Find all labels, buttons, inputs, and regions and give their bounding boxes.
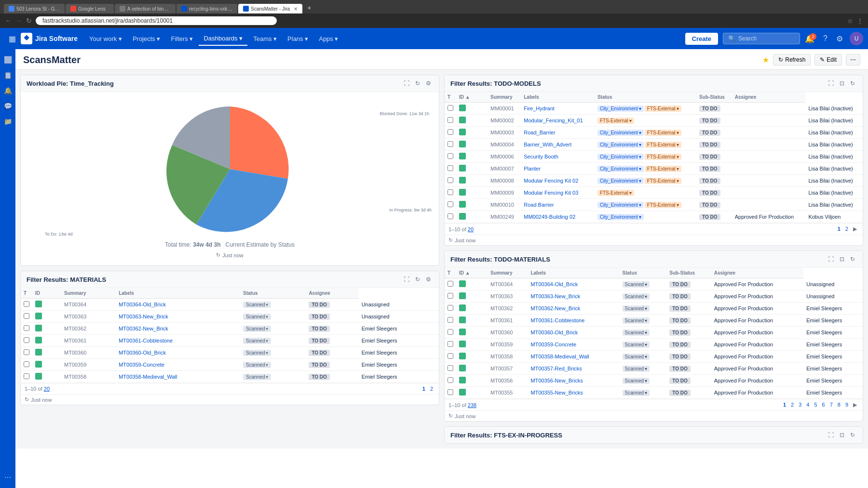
table-row[interactable]: MT00359 MT00359-Concrete Scanned ▾ TO DO… (445, 339, 863, 351)
tdmat-page-9[interactable]: 9 (843, 401, 850, 409)
table-row[interactable]: MT00364 MT00364-Old_Brick Scanned ▾ TO D… (21, 299, 439, 311)
browser-tab-active[interactable]: ScansMatter - Jira ✕ (238, 4, 302, 13)
table-row[interactable]: MT00358 MT00358-Medieval_Wall Scanned ▾ … (445, 351, 863, 363)
table-row[interactable]: MT00357 MT00357-Red_Bricks Scanned ▾ TO … (445, 363, 863, 375)
tdm-page-1[interactable]: 1 (836, 225, 842, 233)
tdmat-page-8[interactable]: 8 (836, 401, 842, 409)
row-checkbox[interactable] (448, 117, 453, 123)
pie-settings-icon[interactable]: ⚙ (424, 79, 433, 88)
notification-icon[interactable]: 🔔 2 (801, 32, 818, 45)
sidebar-icon-5[interactable]: 📁 (1, 115, 14, 128)
row-checkbox[interactable] (448, 293, 453, 299)
table-row[interactable]: MT00361 MT00361-Cobblestone Scanned ▾ TO… (21, 335, 439, 347)
row-checkbox[interactable] (24, 373, 29, 379)
row-checkbox[interactable] (448, 165, 453, 171)
settings-icon[interactable]: ⚙ (832, 32, 847, 45)
forward-btn[interactable]: → (15, 17, 22, 25)
table-row[interactable]: MM00010 Road Barrier City_Environment ▾F… (445, 199, 863, 211)
table-row[interactable]: MM00002 Modular_Fencing_Kit_01 FTS-Exter… (445, 115, 863, 127)
help-icon[interactable]: ? (819, 32, 831, 45)
row-checkbox[interactable] (24, 313, 29, 319)
sidebar-icon-1[interactable]: ⬜ (1, 53, 14, 66)
row-checkbox[interactable] (448, 201, 453, 207)
pie-expand-icon[interactable]: ⛶ (402, 79, 411, 88)
tdmat-page-2[interactable]: 2 (789, 401, 796, 409)
tdmat-page-7[interactable]: 7 (828, 401, 835, 409)
sidebar-icon-bottom[interactable]: ⋯ (1, 471, 14, 484)
browser-tab-inactive[interactable]: 503 Lenora St - Google M... (4, 4, 65, 13)
table-row[interactable]: MT00363 MT00363-New_Brick Scanned ▾ TO D… (21, 311, 439, 323)
table-row[interactable]: MM00009 Modular Fencing Kit 03 FTS-Exter… (445, 187, 863, 199)
table-row[interactable]: MT00358 MT00358-Medieval_Wall Scanned ▾ … (21, 371, 439, 383)
row-checkbox[interactable] (448, 365, 453, 371)
row-checkbox[interactable] (24, 337, 29, 343)
fts-refresh-icon[interactable]: ↻ (848, 431, 857, 439)
mat-refresh-icon[interactable]: ↻ (413, 275, 422, 284)
tdm-expand-icon[interactable]: ⛶ (826, 79, 836, 88)
nav-filters[interactable]: Filters ▾ (166, 32, 198, 45)
row-checkbox[interactable] (24, 301, 29, 307)
sidebar-icon-4[interactable]: 💬 (1, 99, 14, 113)
create-button[interactable]: Create (685, 33, 718, 45)
row-checkbox[interactable] (448, 177, 453, 183)
table-row[interactable]: MM00006 Security Booth City_Environment … (445, 151, 863, 163)
row-checkbox[interactable] (448, 153, 453, 159)
browser-tab-inactive3[interactable]: A selection of bins pictu... (115, 4, 176, 13)
sidebar-icon-3[interactable]: 🔔 (1, 84, 14, 97)
mat-settings-icon[interactable]: ⚙ (424, 275, 433, 284)
row-checkbox[interactable] (448, 129, 453, 135)
table-row[interactable]: MT00364 MT00364-Old_Brick Scanned ▾ TO D… (445, 278, 863, 290)
row-checkbox[interactable] (24, 361, 29, 367)
more-options-button[interactable]: ⋯ (846, 54, 860, 66)
user-avatar[interactable]: U (850, 32, 863, 45)
tdmat-refresh-icon[interactable]: ↻ (848, 255, 857, 264)
tdm-fullscreen-icon[interactable]: ⊡ (838, 79, 846, 88)
nav-your-work[interactable]: Your work ▾ (84, 32, 127, 45)
table-row[interactable]: MM00004 Barrier_With_Advert City_Environ… (445, 139, 863, 151)
url-bar[interactable]: fasttrackstudio.atlassian.net/jira/dashb… (36, 16, 277, 25)
edit-button[interactable]: ✎ Edit (814, 54, 842, 66)
table-row[interactable]: MT00361 MT00361-Cobblestone Scanned ▾ TO… (445, 315, 863, 327)
table-row[interactable]: MT00355 MT00355-New_Bricks Scanned ▾ TO … (445, 387, 863, 399)
table-row[interactable]: MT00362 MT00362-New_Brick Scanned ▾ TO D… (21, 323, 439, 335)
row-checkbox[interactable] (448, 213, 453, 219)
nav-teams[interactable]: Teams ▾ (248, 32, 282, 45)
tdmat-page-3[interactable]: 3 (797, 401, 803, 409)
star-icon[interactable]: ★ (762, 55, 769, 65)
row-checkbox[interactable] (448, 389, 453, 395)
table-row[interactable]: MM00003 Road_Barrier City_Environment ▾F… (445, 127, 863, 139)
table-row[interactable]: MT00356 MT00356-New_Bricks Scanned ▾ TO … (445, 375, 863, 387)
tdmat-page-4[interactable]: 4 (804, 401, 811, 409)
row-checkbox[interactable] (448, 377, 453, 383)
fts-fullscreen-icon[interactable]: ⊡ (838, 431, 846, 439)
tdm-refresh-icon[interactable]: ↻ (848, 79, 857, 88)
search-box[interactable]: 🔍 Search (723, 33, 800, 44)
row-checkbox[interactable] (448, 189, 453, 195)
refresh-button[interactable]: ↻ Refresh (773, 54, 811, 66)
sidebar-icon-2[interactable]: 📋 (1, 68, 14, 82)
row-checkbox[interactable] (448, 105, 453, 111)
table-row[interactable]: MT00362 MT00362-New_Brick Scanned ▾ TO D… (445, 303, 863, 315)
row-checkbox[interactable] (448, 329, 453, 335)
fts-expand-icon[interactable]: ⛶ (826, 431, 836, 439)
row-checkbox[interactable] (448, 317, 453, 323)
pie-refresh-icon[interactable]: ↻ (413, 79, 422, 88)
browser-tab-inactive2[interactable]: Google Lens (66, 4, 114, 13)
row-checkbox[interactable] (448, 281, 453, 287)
table-row[interactable]: MT00363 MT00363-New_Brick Scanned ▾ TO D… (445, 290, 863, 303)
new-tab-btn[interactable]: + (303, 2, 315, 13)
row-checkbox[interactable] (448, 305, 453, 311)
tdmat-expand-icon[interactable]: ⛶ (826, 255, 836, 264)
apps-grid-icon[interactable]: ▦ (5, 32, 20, 45)
table-row[interactable]: MT00360 MT00360-Old_Brick Scanned ▾ TO D… (445, 327, 863, 339)
reload-btn[interactable]: ↻ (26, 17, 32, 25)
table-row[interactable]: MM00007 Planter City_Environment ▾FTS-Ex… (445, 163, 863, 175)
back-btn[interactable]: ← (5, 17, 12, 25)
tdmat-page-5[interactable]: 5 (812, 401, 819, 409)
row-checkbox[interactable] (448, 353, 453, 359)
tdmat-page-6[interactable]: 6 (820, 401, 827, 409)
mat-page-2[interactable]: 2 (428, 385, 435, 392)
tdmat-page-1[interactable]: 1 (781, 401, 788, 409)
nav-apps[interactable]: Apps ▾ (314, 32, 343, 45)
table-row[interactable]: MT00360 MT00360-Old_Brick Scanned ▾ TO D… (21, 347, 439, 359)
